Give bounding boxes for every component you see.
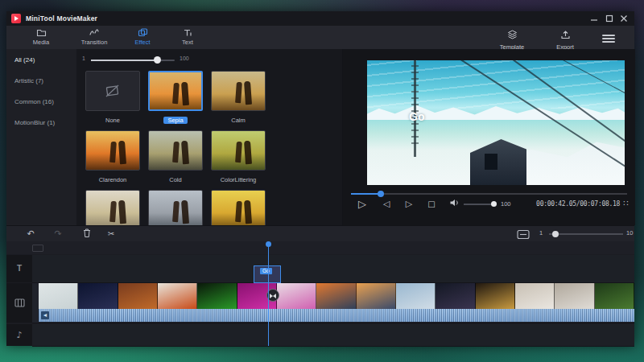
video-clip[interactable] xyxy=(515,283,555,309)
previous-frame-button[interactable]: ◁ xyxy=(380,198,393,211)
effect-item-none[interactable]: None xyxy=(85,71,140,121)
window-title: MiniTool MovieMaker xyxy=(26,14,97,23)
tab-text[interactable]: Text xyxy=(164,28,211,47)
category-motionblur[interactable]: MotionBlur (1) xyxy=(6,112,76,133)
main-toolbar: Media Transition Effect Text Template xyxy=(6,26,634,50)
strength-min-label: 1 xyxy=(82,56,85,61)
fullscreen-button[interactable]: ∷ xyxy=(623,199,628,208)
title-bar: MiniTool MovieMaker xyxy=(6,11,634,26)
effect-cold-thumb[interactable] xyxy=(148,130,203,171)
effect-none-thumb[interactable] xyxy=(85,71,140,111)
delete-button[interactable] xyxy=(80,228,93,241)
effect-categories: All (24) Artistic (7) Common (16) Motion… xyxy=(6,49,77,225)
template-icon xyxy=(489,28,535,43)
effect-item-9[interactable] xyxy=(211,190,266,225)
no-effect-icon xyxy=(105,84,121,98)
timeline-toolbar: ↶ ↷ ✂ 1 10 xyxy=(6,225,634,243)
split-scissors-button[interactable]: ✂ xyxy=(105,228,118,241)
lift-station xyxy=(470,139,526,185)
music-track-lane[interactable] xyxy=(32,324,634,347)
video-clip[interactable] xyxy=(476,283,515,309)
video-clip[interactable] xyxy=(595,283,634,309)
timeline-zoom-handle[interactable] xyxy=(552,231,559,237)
strength-max-label: 100 xyxy=(180,56,189,61)
next-frame-button[interactable]: ▷ xyxy=(402,198,415,211)
video-clip[interactable] xyxy=(436,283,475,309)
effect-item-colorlittering[interactable]: ColorLittering xyxy=(211,130,266,181)
video-clip[interactable] xyxy=(158,283,197,309)
effects-panel: 1 100 None Sepia Cal xyxy=(76,49,342,225)
effect-8-thumb[interactable] xyxy=(148,190,203,225)
effect-item-8[interactable] xyxy=(148,190,203,225)
effect-calm-thumb[interactable] xyxy=(211,71,266,111)
app-window: MiniTool MovieMaker Media Transition xyxy=(6,11,634,346)
video-clip[interactable] xyxy=(39,283,78,309)
template-button[interactable]: Template xyxy=(489,28,535,47)
tab-effect[interactable]: Effect xyxy=(119,28,166,47)
category-common[interactable]: Common (16) xyxy=(6,91,76,112)
stop-button[interactable]: □ xyxy=(425,198,438,211)
text-track-lane[interactable] xyxy=(32,255,634,283)
timecode: 00:00:42.05/00:07:08.18 xyxy=(522,200,620,208)
text-clip[interactable]: Go xyxy=(254,265,281,283)
text-overlay: Go xyxy=(409,110,424,123)
video-clip[interactable] xyxy=(78,283,118,309)
export-button[interactable]: Export xyxy=(543,28,588,47)
effect-item-cold[interactable]: Cold xyxy=(148,130,203,181)
undo-button[interactable]: ↶ xyxy=(24,228,37,241)
menu-icon[interactable] xyxy=(602,33,615,44)
play-button[interactable]: ▷ xyxy=(356,198,369,211)
tab-media[interactable]: Media xyxy=(18,28,64,47)
effect-item-calm[interactable]: Calm xyxy=(211,71,266,121)
app-logo-icon xyxy=(11,14,21,23)
strength-fill xyxy=(91,60,157,61)
volume-slider[interactable] xyxy=(464,204,494,205)
effect-colorlittering-thumb[interactable] xyxy=(211,130,266,171)
effect-strength-slider[interactable]: 1 100 xyxy=(80,52,265,65)
effect-sepia-thumb[interactable] xyxy=(148,71,203,111)
audio-speaker-icon: ◄ xyxy=(41,311,49,319)
video-clip[interactable] xyxy=(197,283,237,309)
maximize-button[interactable] xyxy=(605,14,614,23)
effects-grid: None Sepia Calm Clarendon Cold ColorLitt… xyxy=(85,71,333,225)
video-frame: Go xyxy=(367,60,625,185)
video-preview[interactable]: Go xyxy=(367,60,625,185)
timeline-ruler[interactable] xyxy=(6,241,634,254)
close-button[interactable] xyxy=(619,14,629,23)
transition-icon xyxy=(71,28,118,38)
video-clip[interactable] xyxy=(118,283,158,309)
seek-handle[interactable] xyxy=(378,191,384,197)
fit-timeline-button[interactable] xyxy=(517,228,530,239)
video-clip[interactable] xyxy=(357,283,396,309)
redo-button[interactable]: ↷ xyxy=(52,228,64,241)
effect-clarendon-thumb[interactable] xyxy=(85,130,140,171)
video-clip[interactable] xyxy=(316,283,356,309)
music-track-icon: ♪ xyxy=(6,324,33,346)
video-clip[interactable] xyxy=(277,283,316,309)
category-all[interactable]: All (24) xyxy=(6,49,76,70)
timeline-zoom-slider[interactable] xyxy=(549,233,623,235)
effect-7-thumb[interactable] xyxy=(85,190,140,225)
preview-panel: Go ▷ ◁ ▷ □ 100 00:00:42.05/00:07:08.18 ∷ xyxy=(342,49,635,225)
category-artistic[interactable]: Artistic (7) xyxy=(6,70,76,91)
playhead-line[interactable] xyxy=(268,245,269,346)
video-clip[interactable] xyxy=(555,283,594,309)
strength-handle[interactable] xyxy=(154,56,161,64)
effect-icon xyxy=(119,28,166,38)
seek-bar[interactable] xyxy=(351,191,627,197)
audio-waveform[interactable]: ◄ xyxy=(39,309,634,322)
effect-9-thumb[interactable] xyxy=(211,190,266,225)
volume-icon[interactable] xyxy=(448,198,460,211)
sky-clouds xyxy=(367,60,625,109)
effect-item-clarendon[interactable]: Clarendon xyxy=(85,130,140,181)
effect-item-sepia[interactable]: Sepia xyxy=(148,71,203,121)
minimize-button[interactable] xyxy=(589,14,599,23)
tab-transition[interactable]: Transition xyxy=(71,28,118,47)
text-track-icon: T xyxy=(6,255,33,282)
volume-handle[interactable] xyxy=(491,201,497,207)
timeline-zoom-max: 10 xyxy=(626,229,633,237)
text-icon xyxy=(164,28,211,38)
seek-track[interactable] xyxy=(351,193,627,195)
effect-item-7[interactable] xyxy=(85,190,140,225)
video-clip[interactable] xyxy=(396,283,436,309)
